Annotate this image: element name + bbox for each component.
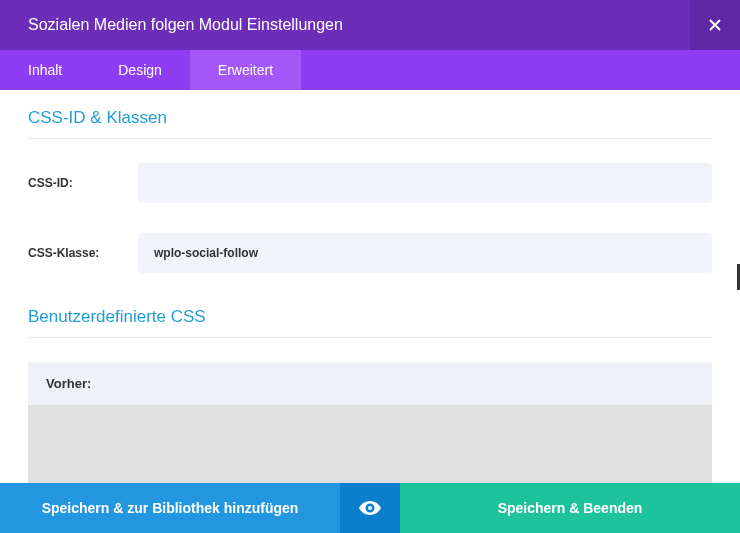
code-vorher-body[interactable] [28, 405, 712, 483]
modal-header: Sozialen Medien folgen Modul Einstellung… [0, 0, 740, 50]
code-vorher-label: Vorher: [28, 362, 712, 405]
tab-erweitert[interactable]: Erweitert [190, 50, 301, 90]
css-id-input[interactable] [138, 163, 712, 203]
tab-inhalt[interactable]: Inhalt [0, 50, 90, 90]
eye-icon [359, 501, 381, 515]
module-settings-modal: Sozialen Medien folgen Modul Einstellung… [0, 0, 740, 533]
section-css-id-klassen: CSS-ID & Klassen [28, 108, 712, 139]
save-and-exit-button[interactable]: Speichern & Beenden [400, 483, 740, 533]
field-row-css-klasse: CSS-Klasse: [28, 233, 712, 273]
modal-content: CSS-ID & Klassen CSS-ID: CSS-Klasse: Ben… [0, 90, 740, 483]
tab-design[interactable]: Design [90, 50, 190, 90]
tabs-bar: Inhalt Design Erweitert [0, 50, 740, 90]
css-klasse-label: CSS-Klasse: [28, 246, 138, 260]
close-icon [709, 19, 721, 31]
css-klasse-input[interactable] [138, 233, 712, 273]
section-benutzerdefinierte-css: Benutzerdefinierte CSS [28, 307, 712, 338]
code-block-vorher: Vorher: [28, 362, 712, 483]
save-to-library-button[interactable]: Speichern & zur Bibliothek hinzufügen [0, 483, 340, 533]
field-row-css-id: CSS-ID: [28, 163, 712, 203]
css-id-label: CSS-ID: [28, 176, 138, 190]
modal-title: Sozialen Medien folgen Modul Einstellung… [0, 0, 690, 50]
modal-footer: Speichern & zur Bibliothek hinzufügen Sp… [0, 483, 740, 533]
close-button[interactable] [690, 0, 740, 50]
preview-button[interactable] [340, 483, 400, 533]
